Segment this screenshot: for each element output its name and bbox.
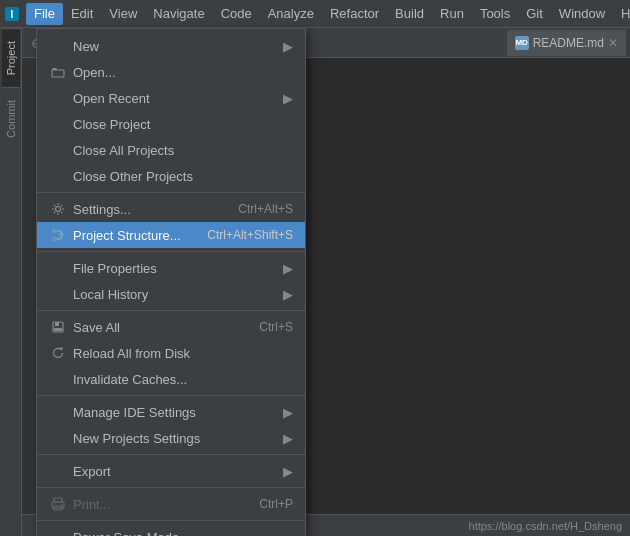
svg-rect-14 xyxy=(54,328,62,331)
menu-view[interactable]: View xyxy=(101,3,145,25)
separator-3 xyxy=(37,310,305,311)
open-icon xyxy=(49,63,67,81)
project-structure-icon xyxy=(49,226,67,244)
new-icon xyxy=(49,37,67,55)
menu-help[interactable]: Help xyxy=(613,3,630,25)
menu-refactor[interactable]: Refactor xyxy=(322,3,387,25)
svg-rect-3 xyxy=(52,70,64,77)
close-all-icon xyxy=(49,141,67,159)
svg-text:I: I xyxy=(11,9,14,20)
menu-print[interactable]: Print... Ctrl+P xyxy=(37,491,305,517)
file-tab-readme[interactable]: MD README.md ✕ xyxy=(507,30,626,56)
menu-manage-ide[interactable]: Manage IDE Settings ▶ xyxy=(37,399,305,425)
menu-invalidate-caches[interactable]: Invalidate Caches... xyxy=(37,366,305,392)
menu-close-project[interactable]: Close Project xyxy=(37,111,305,137)
sidebar-tab-project[interactable]: Project xyxy=(2,28,20,87)
menu-open-recent[interactable]: Open Recent ▶ xyxy=(37,85,305,111)
menu-file[interactable]: File xyxy=(26,3,63,25)
sidebar-tab-commit[interactable]: Commit xyxy=(2,87,20,150)
menu-close-other-projects[interactable]: Close Other Projects xyxy=(37,163,305,189)
separator-1 xyxy=(37,192,305,193)
menu-close-all-projects[interactable]: Close All Projects xyxy=(37,137,305,163)
save-icon xyxy=(49,318,67,336)
menu-local-history[interactable]: Local History ▶ xyxy=(37,281,305,307)
new-projects-icon xyxy=(49,429,67,447)
menu-analyze[interactable]: Analyze xyxy=(260,3,322,25)
invalidate-icon xyxy=(49,370,67,388)
local-history-icon xyxy=(49,285,67,303)
menu-new-projects-settings[interactable]: New Projects Settings ▶ xyxy=(37,425,305,451)
close-project-icon xyxy=(49,115,67,133)
settings-icon xyxy=(49,200,67,218)
sidebar-panel: Project Commit xyxy=(0,28,22,536)
file-dropdown: New ▶ Open... Open Recent ▶ Close Projec… xyxy=(36,28,306,536)
separator-7 xyxy=(37,520,305,521)
menu-reload[interactable]: Reload All from Disk xyxy=(37,340,305,366)
menu-new[interactable]: New ▶ xyxy=(37,33,305,59)
file-properties-icon xyxy=(49,259,67,277)
menu-settings[interactable]: Settings... Ctrl+Alt+S xyxy=(37,196,305,222)
menu-edit[interactable]: Edit xyxy=(63,3,101,25)
app-logo: I xyxy=(4,4,20,24)
separator-6 xyxy=(37,487,305,488)
svg-point-4 xyxy=(56,207,61,212)
menu-tools[interactable]: Tools xyxy=(472,3,518,25)
separator-5 xyxy=(37,454,305,455)
menu-project-structure[interactable]: Project Structure... Ctrl+Alt+Shift+S xyxy=(37,222,305,248)
menu-run[interactable]: Run xyxy=(432,3,472,25)
menu-power-save[interactable]: Power Save Mode xyxy=(37,524,305,536)
export-icon xyxy=(49,462,67,480)
status-url: https://blog.csdn.net/H_Dsheng xyxy=(469,520,622,532)
svg-rect-6 xyxy=(52,237,57,241)
menu-bar: I File Edit View Navigate Code Analyze R… xyxy=(0,0,630,28)
manage-ide-icon xyxy=(49,403,67,421)
menu-navigate[interactable]: Navigate xyxy=(145,3,212,25)
menu-file-properties[interactable]: File Properties ▶ xyxy=(37,255,305,281)
svg-rect-5 xyxy=(52,229,57,233)
reload-icon xyxy=(49,344,67,362)
menu-build[interactable]: Build xyxy=(387,3,432,25)
menu-export[interactable]: Export ▶ xyxy=(37,458,305,484)
tab-close-button[interactable]: ✕ xyxy=(608,36,618,50)
md-file-icon: MD xyxy=(515,36,529,50)
svg-rect-15 xyxy=(54,498,62,502)
tab-filename: README.md xyxy=(533,36,604,50)
svg-point-18 xyxy=(61,504,63,506)
menu-window[interactable]: Window xyxy=(551,3,613,25)
svg-rect-13 xyxy=(55,322,59,326)
power-save-icon xyxy=(49,528,67,536)
close-other-icon xyxy=(49,167,67,185)
menu-open[interactable]: Open... xyxy=(37,59,305,85)
separator-4 xyxy=(37,395,305,396)
menu-code[interactable]: Code xyxy=(213,3,260,25)
menu-git[interactable]: Git xyxy=(518,3,551,25)
open-recent-icon xyxy=(49,89,67,107)
menu-save-all[interactable]: Save All Ctrl+S xyxy=(37,314,305,340)
separator-2 xyxy=(37,251,305,252)
print-icon xyxy=(49,495,67,513)
